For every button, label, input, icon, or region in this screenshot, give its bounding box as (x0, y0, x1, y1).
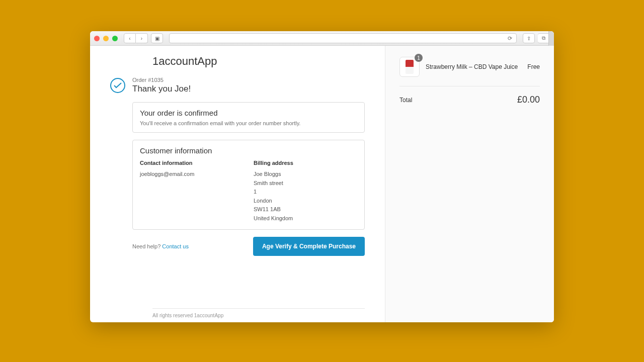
product-price: Free (527, 63, 540, 70)
store-name: 1accountApp (152, 55, 365, 68)
contact-info-label: Contact information (140, 160, 244, 166)
product-thumbnail: 1 (399, 57, 420, 77)
maximize-window-icon[interactable] (112, 36, 118, 41)
billing-address-block: Billing address Joe BloggsSmith street1L… (254, 160, 357, 223)
quantity-badge: 1 (415, 54, 423, 62)
billing-line: London (254, 197, 357, 206)
address-bar[interactable]: ⟳ (169, 33, 517, 43)
confirmed-title: Your order is confirmed (140, 109, 357, 117)
total-amount: £0.00 (517, 95, 540, 105)
chevron-left-icon: ‹ (129, 36, 130, 41)
window-controls (94, 36, 118, 41)
back-button[interactable]: ‹ (124, 33, 136, 43)
tabs-icon: ⧉ (542, 35, 545, 41)
customer-info-title: Customer information (140, 146, 357, 155)
minimize-window-icon[interactable] (103, 36, 109, 41)
order-summary: 1 Strawberry Milk – CBD Vape Juice Free … (385, 46, 554, 322)
billing-address: Joe BloggsSmith street1LondonSW11 1ABUni… (254, 170, 357, 223)
action-row: Need help? Contact us Age Verify & Compl… (132, 237, 365, 256)
order-number: Order #1035 (132, 77, 191, 83)
browser-window: ‹ › ▣ ⟳ ⇪ ⧉ 1accountApp (90, 31, 554, 322)
share-button[interactable]: ⇪ (523, 33, 535, 43)
confirmed-subtitle: You'll receive a confirmation email with… (140, 120, 357, 126)
billing-label: Billing address (254, 160, 357, 166)
main-column: 1accountApp Order #1035 Thank you Joe! Y… (90, 46, 385, 322)
billing-line: SW11 1AB (254, 205, 357, 214)
chevron-right-icon: › (141, 36, 142, 41)
line-item: 1 Strawberry Milk – CBD Vape Juice Free (399, 57, 540, 86)
billing-line: United Kingdom (254, 214, 357, 223)
total-row: Total £0.00 (399, 86, 540, 105)
billing-line: 1 (254, 188, 357, 197)
thank-you-heading: Thank you Joe! (132, 84, 191, 94)
total-label: Total (399, 97, 412, 104)
sidebar-toggle-button[interactable]: ▣ (151, 33, 163, 43)
order-header: Order #1035 Thank you Joe! (132, 77, 365, 94)
close-window-icon[interactable] (94, 36, 100, 41)
new-tab-button[interactable] (548, 31, 554, 46)
age-verify-button[interactable]: Age Verify & Complete Purchase (253, 237, 365, 256)
contact-email: joebloggs@email.com (140, 170, 244, 179)
help-text: Need help? Contact us (132, 243, 189, 249)
checkout-page: 1accountApp Order #1035 Thank you Joe! Y… (90, 46, 554, 322)
contact-info-block: Contact information joebloggs@email.com (140, 160, 244, 223)
checkmark-icon (110, 78, 125, 93)
browser-toolbar: ‹ › ▣ ⟳ ⇪ ⧉ (90, 31, 554, 46)
customer-info-panel: Customer information Contact information… (132, 140, 365, 230)
billing-line: Smith street (254, 179, 357, 188)
share-icon: ⇪ (527, 36, 531, 41)
product-name: Strawberry Milk – CBD Vape Juice (426, 63, 521, 70)
help-prefix: Need help? (132, 243, 162, 249)
sidebar-icon: ▣ (155, 36, 159, 41)
footer-text: All rights reserved 1accountApp (152, 308, 365, 318)
reload-icon[interactable]: ⟳ (508, 35, 512, 42)
contact-us-link[interactable]: Contact us (162, 243, 189, 249)
order-confirmed-panel: Your order is confirmed You'll receive a… (132, 102, 365, 133)
forward-button[interactable]: › (136, 33, 148, 43)
product-image-icon (406, 60, 414, 74)
billing-line: Joe Bloggs (254, 170, 357, 179)
